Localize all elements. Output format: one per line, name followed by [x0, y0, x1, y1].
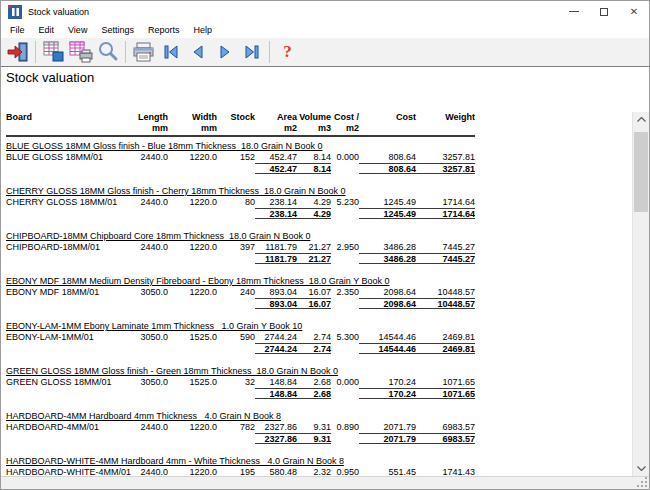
cell-board: HARDBOARD-4MM/01: [6, 422, 126, 433]
cell-board: BLUE GLOSS 18MM/01: [6, 152, 126, 163]
menu-help[interactable]: Help: [186, 22, 219, 38]
board-library-icon: [43, 41, 65, 63]
cell-cost: 3486.28: [359, 242, 416, 253]
menu-file[interactable]: File: [3, 22, 32, 38]
cell-width: 1220.0: [168, 197, 217, 208]
total-area: 2327.86: [255, 433, 297, 444]
menu-reports[interactable]: Reports: [141, 22, 187, 38]
cell-length: 3050.0: [126, 377, 168, 388]
total-width: [168, 343, 217, 354]
report-body: BLUE GLOSS 18MM Gloss finish - Blue 18mm…: [6, 141, 475, 476]
total-weight: 1071.65: [416, 388, 475, 399]
cell-cost_m2: 5.300: [331, 332, 359, 343]
cell-board: CHIPBOARD-18MM/01: [6, 242, 126, 253]
zoom-button[interactable]: [94, 39, 121, 65]
nav-first-button[interactable]: [157, 39, 184, 65]
cell-width: 1220.0: [168, 152, 217, 163]
cell-weight: 7445.27: [416, 242, 475, 253]
table-row: EBONY-LAM-1MM/013050.01525.05902744.242.…: [6, 332, 475, 343]
toolbar-separator: [269, 41, 270, 63]
app-window: Stock valuation ✕ FileEditViewSettingsRe…: [0, 0, 650, 490]
group-total-row: 452.478.14808.643257.81: [6, 163, 475, 174]
toolbar-separator: [35, 41, 36, 63]
total-volume: 8.14: [297, 163, 331, 174]
total-area: 238.14: [255, 208, 297, 219]
nav-last-button[interactable]: [238, 39, 265, 65]
menu-settings[interactable]: Settings: [94, 22, 141, 38]
board-group: CHERRY GLOSS 18MM Gloss finish - Cherry …: [6, 186, 475, 219]
print-icon: [132, 41, 156, 63]
total-board: [6, 343, 126, 354]
board-library-button[interactable]: [40, 39, 67, 65]
total-volume: 21.27: [297, 253, 331, 264]
scroll-up-button[interactable]: [633, 112, 649, 127]
menu-view[interactable]: View: [61, 22, 94, 38]
status-bar: [1, 476, 649, 489]
column-header-board: Board: [6, 112, 126, 134]
menu-edit[interactable]: Edit: [32, 22, 62, 38]
vertical-scrollbar[interactable]: [632, 112, 649, 476]
nav-last-icon: [243, 44, 261, 60]
group-header: CHERRY GLOSS 18MM Gloss finish - Cherry …: [6, 186, 475, 197]
column-header-stock: Stock: [217, 112, 255, 134]
title-bar[interactable]: Stock valuation ✕: [1, 1, 649, 22]
column-label: Board: [6, 112, 126, 123]
nav-next-button[interactable]: [211, 39, 238, 65]
total-length: [126, 208, 168, 219]
total-cost_m2: [331, 163, 359, 174]
scroll-down-button[interactable]: [633, 461, 649, 476]
scroll-thumb[interactable]: [634, 132, 648, 212]
column-unit: [217, 123, 255, 134]
close-button[interactable]: ✕: [619, 1, 649, 22]
total-volume: 2.74: [297, 343, 331, 354]
cell-cost: 808.64: [359, 152, 416, 163]
group-total-row: 2744.242.7414544.462469.81: [6, 343, 475, 354]
table-row: HARDBOARD-WHITE-4MM/012440.01220.0195580…: [6, 467, 475, 476]
total-board: [6, 298, 126, 309]
column-header-weight: Weight: [416, 112, 475, 134]
window-title: Stock valuation: [28, 7, 89, 17]
maximize-button[interactable]: [589, 1, 619, 22]
resize-grip-icon[interactable]: [637, 477, 648, 488]
cell-cost_m2: 2.950: [331, 242, 359, 253]
total-stock: [217, 388, 255, 399]
total-cost: 170.24: [359, 388, 416, 399]
table-row: HARDBOARD-4MM/012440.01220.07822327.869.…: [6, 422, 475, 433]
total-cost_m2: [331, 298, 359, 309]
cell-length: 2440.0: [126, 422, 168, 433]
help-button[interactable]: ?: [274, 39, 301, 65]
cell-stock: 590: [217, 332, 255, 343]
cell-width: 1220.0: [168, 467, 217, 476]
cell-length: 3050.0: [126, 287, 168, 298]
table-row: CHERRY GLOSS 18MM/012440.01220.080238.14…: [6, 197, 475, 208]
print-button[interactable]: [130, 39, 157, 65]
cell-volume: 8.14: [297, 152, 331, 163]
cell-cost: 1245.49: [359, 197, 416, 208]
print-grid-button[interactable]: [67, 39, 94, 65]
minimize-icon: [569, 11, 579, 12]
table-row: GREEN GLOSS 18MM/013050.01525.032148.842…: [6, 377, 475, 388]
nav-previous-button[interactable]: [184, 39, 211, 65]
total-volume: 16.07: [297, 298, 331, 309]
column-header-cost-: Cost /m2: [331, 112, 359, 134]
menu-bar: FileEditViewSettingsReportsHelp: [1, 22, 649, 38]
group-header: CHIPBOARD-18MM Chipboard Core 18mm Thick…: [6, 231, 475, 242]
cell-cost_m2: 0.000: [331, 377, 359, 388]
total-length: [126, 298, 168, 309]
column-label: Stock: [217, 112, 255, 123]
cell-cost_m2: 0.890: [331, 422, 359, 433]
column-unit: m2: [331, 123, 359, 134]
exit-button[interactable]: [4, 39, 31, 65]
total-cost: 2071.79: [359, 433, 416, 444]
group-header: EBONY MDF 18MM Medium Density Fibreboard…: [6, 276, 475, 287]
minimize-button[interactable]: [559, 1, 589, 22]
cell-volume: 9.31: [297, 422, 331, 433]
cell-weight: 3257.81: [416, 152, 475, 163]
total-volume: 4.29: [297, 208, 331, 219]
cell-weight: 1741.43: [416, 467, 475, 476]
total-cost_m2: [331, 388, 359, 399]
zoom-icon: [97, 41, 119, 63]
cell-stock: 195: [217, 467, 255, 476]
column-label: Area: [255, 112, 297, 123]
board-group: BLUE GLOSS 18MM Gloss finish - Blue 18mm…: [6, 141, 475, 174]
